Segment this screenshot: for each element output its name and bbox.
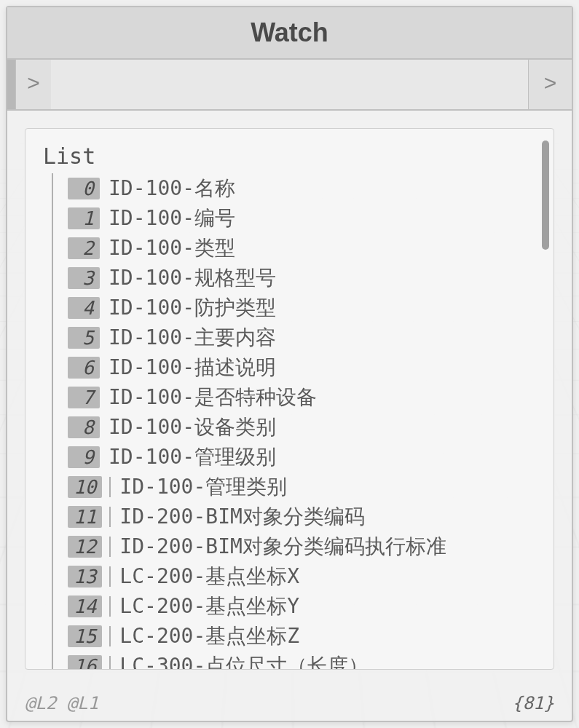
item-text: ID-100-管理类别 xyxy=(119,473,287,501)
list-item[interactable]: 4ID-100-防护类型 xyxy=(68,293,536,323)
item-text: ID-100-描述说明 xyxy=(109,354,276,381)
item-index: 6 xyxy=(68,357,100,379)
item-index: 11 xyxy=(68,506,102,528)
list-item[interactable]: 9ID-100-管理级别 xyxy=(68,442,536,472)
separator-icon xyxy=(109,537,111,557)
item-index: 7 xyxy=(68,387,100,408)
list-item[interactable]: 11ID-200-BIM对象分类编码 xyxy=(68,502,536,531)
input-handle[interactable] xyxy=(7,60,16,109)
item-index: 1 xyxy=(68,207,100,229)
item-index: 3 xyxy=(68,267,100,289)
item-index: 8 xyxy=(68,416,100,438)
list-item[interactable]: 10ID-100-管理类别 xyxy=(68,472,536,502)
item-index: 14 xyxy=(68,596,102,617)
separator-icon xyxy=(109,656,111,670)
content-area: List 0ID-100-名称1ID-100-编号2ID-100-类型3ID-1… xyxy=(7,111,572,687)
item-text: ID-100-主要内容 xyxy=(109,324,276,352)
watch-panel: Watch > > List 0ID-100-名称1ID-100-编号2ID-1… xyxy=(6,6,573,722)
list-items-container: 0ID-100-名称1ID-100-编号2ID-100-类型3ID-100-规格… xyxy=(52,173,536,670)
item-index: 2 xyxy=(68,237,100,259)
item-index: 5 xyxy=(68,327,100,349)
item-text: LC-200-基点坐标Z xyxy=(119,622,299,650)
output-container: List 0ID-100-名称1ID-100-编号2ID-100-类型3ID-1… xyxy=(25,128,554,670)
list-item[interactable]: 13LC-200-基点坐标X xyxy=(68,561,536,591)
item-text: ID-100-管理级别 xyxy=(109,443,276,471)
item-text: ID-200-BIM对象分类编码 xyxy=(119,503,365,531)
list-item[interactable]: 2ID-100-类型 xyxy=(68,233,536,263)
separator-icon xyxy=(109,596,111,617)
item-index: 16 xyxy=(68,655,102,670)
footer-count: {81} xyxy=(512,693,554,713)
input-row: > > xyxy=(7,60,572,111)
list-item[interactable]: 16LC-300-点位尺寸（长度） xyxy=(68,651,536,670)
list-item[interactable]: 12ID-200-BIM对象分类编码执行标准 xyxy=(68,531,536,561)
list-item[interactable]: 15LC-200-基点坐标Z xyxy=(68,621,536,651)
execute-button[interactable]: > xyxy=(528,60,572,109)
item-index: 12 xyxy=(68,536,102,558)
item-index: 13 xyxy=(68,566,102,587)
list-item[interactable]: 6ID-100-描述说明 xyxy=(68,352,536,382)
list-item[interactable]: 5ID-100-主要内容 xyxy=(68,323,536,352)
separator-icon xyxy=(109,477,111,497)
item-text: ID-100-编号 xyxy=(109,205,235,232)
item-text: ID-200-BIM对象分类编码执行标准 xyxy=(119,533,446,561)
item-text: LC-200-基点坐标X xyxy=(119,563,299,590)
expression-input[interactable] xyxy=(51,60,528,109)
item-text: LC-300-点位尺寸（长度） xyxy=(119,652,369,670)
item-text: LC-200-基点坐标Y xyxy=(119,593,299,620)
separator-icon xyxy=(109,626,111,646)
footer-bar: @L2 @L1 {81} xyxy=(7,687,572,721)
list-item[interactable]: 8ID-100-设备类别 xyxy=(68,412,536,442)
panel-title: Watch xyxy=(7,7,572,60)
item-text: ID-100-类型 xyxy=(109,234,235,262)
separator-icon xyxy=(109,566,111,587)
item-text: ID-100-是否特种设备 xyxy=(109,384,317,411)
footer-levels: @L2 @L1 xyxy=(25,693,98,713)
separator-icon xyxy=(109,507,111,527)
list-item[interactable]: 0ID-100-名称 xyxy=(68,173,536,203)
scrollbar[interactable] xyxy=(542,141,549,250)
item-index: 15 xyxy=(68,625,102,647)
item-index: 0 xyxy=(68,178,100,199)
item-index: 4 xyxy=(68,297,100,319)
list-label: List xyxy=(43,143,536,169)
item-text: ID-100-设备类别 xyxy=(109,414,276,441)
item-index: 9 xyxy=(68,446,100,468)
list-item[interactable]: 1ID-100-编号 xyxy=(68,203,536,233)
list-item[interactable]: 7ID-100-是否特种设备 xyxy=(68,382,536,412)
item-text: ID-100-防护类型 xyxy=(109,294,276,322)
item-text: ID-100-名称 xyxy=(109,175,235,202)
input-prompt-icon: > xyxy=(16,60,51,109)
item-text: ID-100-规格型号 xyxy=(109,264,276,292)
list-item[interactable]: 14LC-200-基点坐标Y xyxy=(68,591,536,621)
item-index: 10 xyxy=(68,476,102,498)
list-item[interactable]: 3ID-100-规格型号 xyxy=(68,263,536,293)
